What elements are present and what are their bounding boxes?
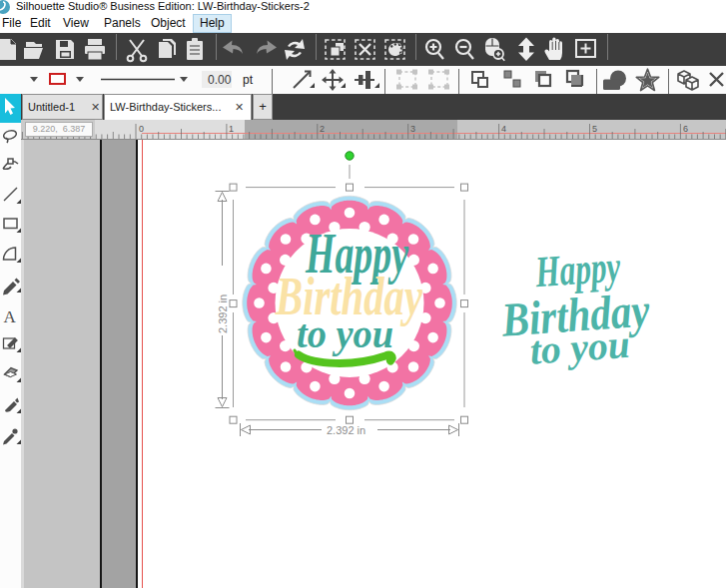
svg-text:2.392 in: 2.392 in [217, 294, 229, 333]
svg-text:to you: to you [297, 311, 393, 356]
svg-text:to you: to you [528, 321, 631, 373]
svg-text:2.392 in: 2.392 in [327, 424, 365, 436]
